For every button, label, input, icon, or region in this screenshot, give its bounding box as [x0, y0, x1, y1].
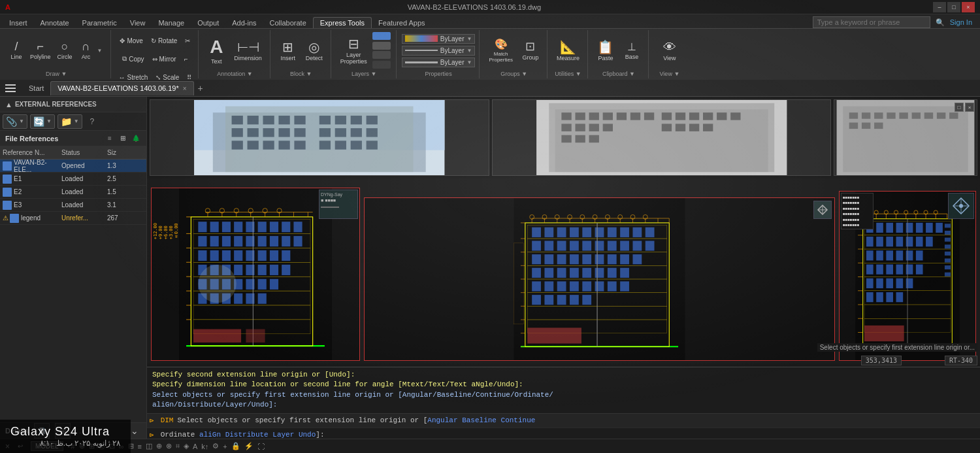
- layer-control-2[interactable]: [372, 42, 391, 50]
- app-tab-close-button[interactable]: ×: [183, 85, 187, 92]
- tab-addins[interactable]: Add-ins: [225, 18, 263, 28]
- layer-control-1[interactable]: [372, 32, 391, 40]
- copy-button[interactable]: ⧉ Copy: [120, 54, 146, 64]
- file-refs-list: VAVAN-B2-ELE... Opened 1.3 E1 Loaded 2.5…: [0, 159, 146, 225]
- svg-rect-290: [896, 250, 904, 260]
- circle-button[interactable]: ○ Circle: [55, 39, 75, 61]
- change-path-dropdown[interactable]: 📁 ▼: [57, 114, 82, 129]
- viewport-maximize[interactable]: □: [955, 103, 964, 112]
- lock-icon[interactable]: 🔒: [231, 442, 240, 450]
- paste-button[interactable]: 📋 Paste: [593, 31, 618, 69]
- tab-insert[interactable]: Insert: [3, 18, 34, 28]
- table-row-e3[interactable]: E3 Loaded 3.1: [0, 199, 146, 212]
- app-tab-drawing[interactable]: VAVAN-B2-ELEVATIONS 1403.06.19* ×: [50, 81, 193, 95]
- tab-parametric[interactable]: Parametric: [76, 18, 123, 28]
- array-button[interactable]: ⠿: [184, 73, 194, 80]
- draw-dropdown[interactable]: ▼: [97, 48, 106, 54]
- col-header-size[interactable]: Siz: [105, 149, 131, 156]
- trim-button[interactable]: ✂: [182, 36, 193, 46]
- tab-annotate[interactable]: Annotate: [34, 18, 76, 28]
- fillet-button[interactable]: ⌐: [182, 54, 191, 64]
- tree-view-button[interactable]: 🌲: [131, 133, 141, 144]
- left-panel: ▲ EXTERNAL REFERENCES 📎 ▼ 🔄 ▼ 📁 ▼ ? File…: [0, 97, 147, 439]
- tab-featuredapps[interactable]: Featured Apps: [372, 18, 432, 28]
- tab-expresstools[interactable]: Express Tools: [313, 17, 372, 28]
- isolate-icon[interactable]: ◈: [184, 442, 189, 450]
- thumbnail-view-button[interactable]: ⊞: [118, 133, 128, 144]
- rotate-button[interactable]: ↻ Rotate: [148, 36, 180, 46]
- refresh-dropdown[interactable]: 🔄 ▼: [30, 114, 55, 129]
- help-button[interactable]: ?: [85, 114, 99, 129]
- svg-rect-208: [532, 281, 541, 291]
- hamburger-menu[interactable]: [3, 80, 18, 96]
- sign-in-link[interactable]: Sign In: [950, 18, 972, 26]
- bylayer-lineweight-dropdown[interactable]: ByLayer ▼: [402, 58, 476, 67]
- arc-button[interactable]: ∩ Arc: [76, 39, 96, 61]
- plus-icon[interactable]: +: [223, 443, 227, 450]
- command-input-field[interactable]: [329, 431, 977, 439]
- dynamic-ucs[interactable]: ⌗: [176, 442, 180, 450]
- svg-rect-343: [945, 258, 951, 262]
- insert-button[interactable]: ⊞ Insert: [276, 31, 301, 69]
- svg-rect-21: [351, 116, 362, 124]
- col-header-refname[interactable]: Reference N...: [0, 149, 59, 156]
- sel-cycling[interactable]: ⊕: [156, 442, 162, 450]
- layer-control-4[interactable]: [372, 61, 391, 69]
- attach-dropdown[interactable]: 📎 ▼: [3, 114, 27, 129]
- tab-output[interactable]: Output: [191, 18, 225, 28]
- bylayer-color-dropdown[interactable]: ByLayer ▼: [402, 34, 476, 44]
- svg-rect-206: [608, 268, 617, 278]
- table-row-e2[interactable]: E2 Loaded 1.5: [0, 186, 146, 199]
- polyline-button[interactable]: ⌐ Polyline: [27, 39, 54, 61]
- table-row-e1[interactable]: E1 Loaded 2.5: [0, 173, 146, 186]
- viewport-close[interactable]: ×: [965, 103, 974, 112]
- dimension-icon: ⊢⊣: [237, 39, 259, 55]
- svg-rect-177: [608, 227, 617, 237]
- bylayer-linetype-dropdown[interactable]: ByLayer ▼: [402, 46, 476, 56]
- svg-rect-342: [945, 252, 951, 256]
- mirror-button[interactable]: ⇔ Mirror: [150, 54, 179, 64]
- col-header-status[interactable]: Status: [59, 149, 105, 156]
- line-button[interactable]: / Line: [7, 39, 26, 61]
- list-view-button[interactable]: ≡: [105, 133, 115, 144]
- app-tab-add-button[interactable]: +: [194, 82, 207, 95]
- drawing-viewport: □ × DYNg-Say ■ ■■■■ ▬▬▬▬: [147, 97, 980, 363]
- ribbon-tabs: Insert Annotate Parametric View Manage O…: [0, 14, 980, 29]
- close-button[interactable]: ×: [962, 2, 975, 12]
- app-tab-start[interactable]: Start: [22, 81, 50, 95]
- fullscreen-icon[interactable]: ⛶: [257, 443, 265, 450]
- measure-button[interactable]: 📐 Measure: [553, 31, 583, 69]
- annotation-scale[interactable]: k↑: [201, 443, 208, 450]
- minimize-button[interactable]: –: [933, 2, 946, 12]
- annotation-visibility[interactable]: A: [193, 443, 197, 450]
- scale-button[interactable]: ⤡ Scale: [153, 73, 182, 80]
- move-button[interactable]: ✥ Move: [117, 36, 145, 46]
- svg-rect-280: [866, 237, 874, 246]
- 3d-object-snap[interactable]: ⊗: [166, 442, 172, 450]
- workspace-settings[interactable]: ⚙: [212, 442, 219, 450]
- table-row-legend[interactable]: ⚠ legend Unrefer... 267: [0, 212, 146, 225]
- canvas-area[interactable]: □ × DYNg-Say ■ ■■■■ ▬▬▬▬: [147, 97, 980, 439]
- tab-view[interactable]: View: [123, 18, 152, 28]
- detect-button[interactable]: ◎ Detect: [302, 31, 327, 69]
- navigate-button[interactable]: [813, 201, 832, 219]
- lineweight-icon[interactable]: ≡: [138, 443, 142, 450]
- stretch-button[interactable]: ↔ Stretch: [116, 73, 151, 80]
- maximize-button[interactable]: □: [947, 2, 960, 12]
- tab-manage[interactable]: Manage: [152, 18, 191, 28]
- hardware-accel[interactable]: ⚡: [244, 442, 253, 450]
- transparency-icon[interactable]: ◫: [146, 442, 152, 450]
- keyword-search-input[interactable]: [813, 16, 930, 28]
- tab-collaborate[interactable]: Collaborate: [263, 18, 313, 28]
- base-button[interactable]: ⊥ Base: [619, 31, 644, 69]
- group-button[interactable]: ⊡ Group: [518, 31, 543, 69]
- thumbnail-1: [150, 99, 489, 176]
- layer-control-3[interactable]: [372, 51, 391, 59]
- table-row-main[interactable]: VAVAN-B2-ELE... Opened 1.3: [0, 159, 146, 173]
- view-button[interactable]: 👁 View: [657, 31, 682, 69]
- dimension-button[interactable]: ⊢⊣ Dimension: [230, 31, 266, 69]
- text-button[interactable]: A Text: [204, 31, 229, 69]
- match-properties-button[interactable]: 🎨 MatchProperties: [485, 31, 516, 69]
- row-name-e3: E3: [14, 201, 22, 209]
- layer-properties-button[interactable]: ⊟ Layer Properties: [336, 31, 371, 69]
